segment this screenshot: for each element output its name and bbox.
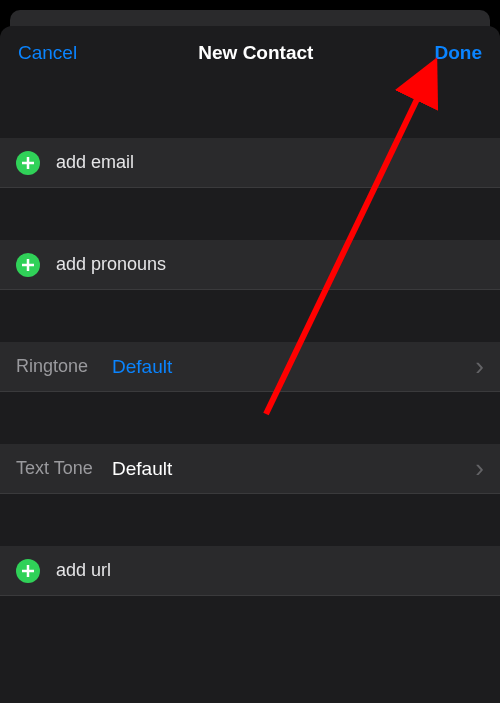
add-email-label: add email [56, 152, 134, 173]
add-url-row[interactable]: add url [0, 546, 500, 596]
ringtone-row[interactable]: Ringtone Default › [0, 342, 500, 392]
chevron-right-icon: › [467, 351, 484, 382]
plus-icon [16, 253, 40, 277]
header-bar: Cancel New Contact Done [0, 26, 500, 80]
chevron-right-icon: › [467, 453, 484, 484]
spacer [0, 80, 500, 138]
plus-icon [16, 559, 40, 583]
ringtone-value: Default [112, 356, 467, 378]
add-email-row[interactable]: add email [0, 138, 500, 188]
done-button[interactable]: Done [434, 42, 482, 64]
spacer [0, 188, 500, 240]
add-pronouns-label: add pronouns [56, 254, 166, 275]
ringtone-label: Ringtone [16, 356, 112, 377]
texttone-row[interactable]: Text Tone Default › [0, 444, 500, 494]
spacer [0, 290, 500, 342]
texttone-label: Text Tone [16, 458, 112, 479]
plus-icon [16, 151, 40, 175]
cancel-button[interactable]: Cancel [18, 42, 77, 64]
spacer [0, 494, 500, 546]
spacer [0, 596, 500, 616]
add-url-label: add url [56, 560, 111, 581]
spacer [0, 392, 500, 444]
sheet-title: New Contact [198, 42, 313, 64]
texttone-value: Default [112, 458, 467, 480]
new-contact-sheet: Cancel New Contact Done add email add pr… [0, 26, 500, 703]
add-pronouns-row[interactable]: add pronouns [0, 240, 500, 290]
